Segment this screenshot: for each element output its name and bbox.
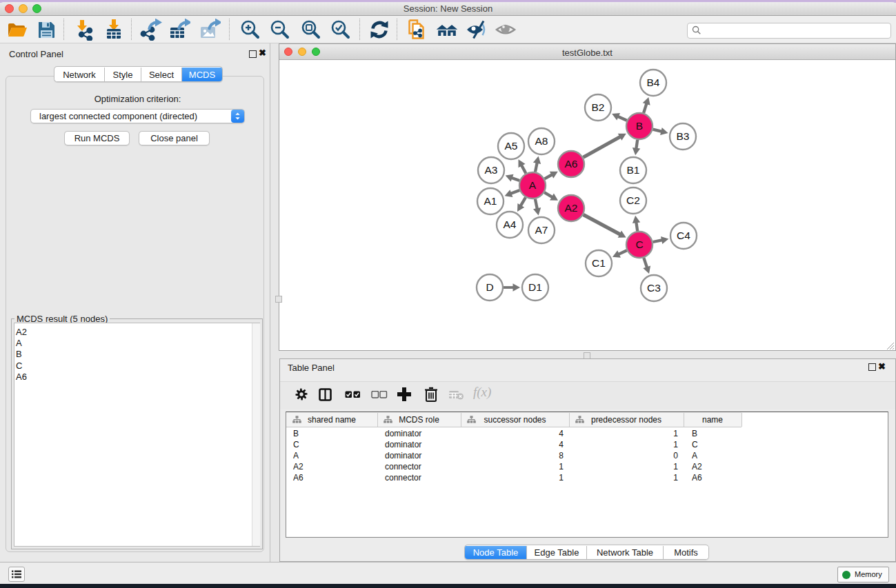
svg-text:C1: C1 (592, 257, 606, 269)
svg-text:B2: B2 (592, 101, 605, 113)
svg-text:A1: A1 (484, 195, 497, 207)
svg-text:C3: C3 (647, 282, 661, 294)
svg-text:B3: B3 (677, 130, 690, 142)
svg-text:A: A (529, 179, 537, 191)
svg-text:A5: A5 (505, 140, 518, 152)
svg-text:D1: D1 (528, 281, 542, 293)
svg-text:B4: B4 (647, 77, 660, 88)
svg-text:B: B (636, 120, 643, 132)
svg-text:C4: C4 (677, 230, 690, 241)
svg-text:A4: A4 (504, 219, 517, 230)
svg-text:C2: C2 (626, 194, 640, 206)
svg-text:D: D (486, 281, 493, 293)
svg-text:B1: B1 (627, 164, 640, 176)
svg-text:A3: A3 (485, 164, 498, 176)
svg-text:C: C (635, 239, 643, 250)
svg-text:A2: A2 (565, 202, 578, 214)
svg-text:A6: A6 (565, 158, 578, 170)
svg-text:A7: A7 (535, 224, 548, 236)
svg-text:A8: A8 (535, 135, 548, 147)
